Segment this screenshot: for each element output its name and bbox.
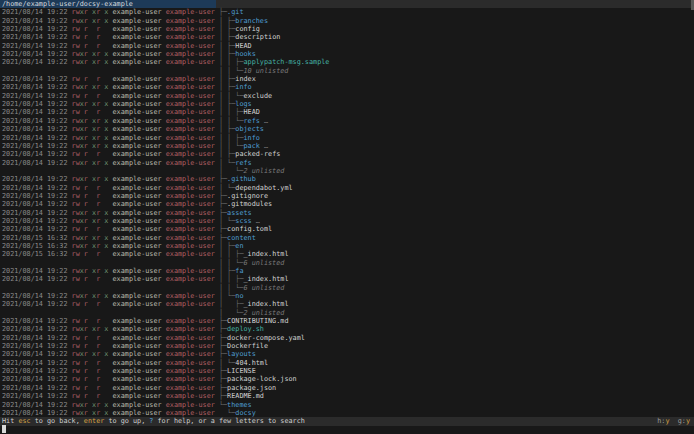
tree-row[interactable]: 2021/08/14 19:22 rw r r example-user exa… xyxy=(0,300,694,308)
entry-name: fa xyxy=(235,267,243,275)
modified-datetime: 2021/08/14 19:22 xyxy=(2,100,72,108)
tree-row[interactable]: 2021/08/14 19:22 rw r r example-user exa… xyxy=(0,108,694,116)
group: example-user xyxy=(162,217,215,225)
tree-row[interactable]: 2021/08/14 19:22 rw r r example-user exa… xyxy=(0,33,694,41)
tree-branch-lines: │ ├─ xyxy=(215,75,235,83)
tree-branch-lines: ├─ xyxy=(215,384,227,392)
tree-row[interactable]: │ │ └─6 unlisted xyxy=(0,284,694,292)
tree-row[interactable]: 2021/08/14 19:22 rwxr xr x example-user … xyxy=(0,17,694,25)
group: example-user xyxy=(162,108,215,116)
permissions: rwxr xr x xyxy=(72,134,109,142)
tree-row[interactable]: 2021/08/14 19:22 rw r r example-user exa… xyxy=(0,42,694,50)
tree-row[interactable]: 2021/08/14 19:22 rwxr xr x example-user … xyxy=(0,175,694,183)
tree-row[interactable]: 2021/08/14 19:22 rwxr xr x example-user … xyxy=(0,117,694,125)
owner: example-user xyxy=(108,359,161,367)
tree-branch-lines: │ └─ xyxy=(215,217,235,225)
modified-datetime: 2021/08/14 19:22 xyxy=(2,33,72,41)
tree-row[interactable]: 2021/08/14 19:22 rwxr xr x example-user … xyxy=(0,409,694,417)
tree-row[interactable]: 2021/08/14 19:22 rwxr xr x example-user … xyxy=(0,8,694,16)
tree-row[interactable]: 2021/08/14 19:22 rw r r example-user exa… xyxy=(0,359,694,367)
tree-row[interactable]: │ └─2 unlisted xyxy=(0,309,694,317)
tree-row[interactable]: 2021/08/14 19:22 rwxr xr x example-user … xyxy=(0,401,694,409)
entry-name: .gitignore xyxy=(227,192,268,200)
owner: example-user xyxy=(108,334,161,342)
row-metadata xyxy=(2,259,215,267)
modified-datetime: 2021/08/14 19:22 xyxy=(2,401,72,409)
entry-name: deploy.sh xyxy=(227,325,264,333)
tree-branch-lines: │ └─ xyxy=(215,292,235,300)
row-metadata: 2021/08/14 19:22 rwxr xr x example-user … xyxy=(2,50,215,58)
tree-row[interactable]: 2021/08/14 19:22 rw r r example-user exa… xyxy=(0,225,694,233)
hint-segment: to go back, xyxy=(31,417,84,425)
permissions: rwxr xr x xyxy=(72,350,109,358)
tree-row[interactable]: 2021/08/14 19:22 rw r r example-user exa… xyxy=(0,92,694,100)
owner: example-user xyxy=(108,184,161,192)
tree-row[interactable]: 2021/08/14 19:22 rwxr xr x example-user … xyxy=(0,209,694,217)
tree-row[interactable]: 2021/08/14 19:22 rw r r example-user exa… xyxy=(0,384,694,392)
entry-name: config xyxy=(235,25,260,33)
tree-branch-lines: │ │ └─ xyxy=(215,117,244,125)
tree-row[interactable]: 2021/08/15 16:32 rw r r example-user exa… xyxy=(0,250,694,258)
modified-datetime: 2021/08/14 19:22 xyxy=(2,134,72,142)
permissions: rwxr xr x xyxy=(72,17,109,25)
row-metadata: 2021/08/14 19:22 rw r r example-user exa… xyxy=(2,108,215,116)
group: example-user xyxy=(162,392,215,400)
permissions: rwxr xr x xyxy=(72,267,109,275)
permissions: rwxr xr x xyxy=(72,325,109,333)
tree-row[interactable]: 2021/08/14 19:22 rwxr xr x example-user … xyxy=(0,58,694,66)
unlisted-count: 6 unlisted xyxy=(243,259,284,267)
search-input-line[interactable] xyxy=(0,426,694,434)
tree-row[interactable]: 2021/08/14 19:22 rwxr xr x example-user … xyxy=(0,125,694,133)
entry-name: .gitmodules xyxy=(227,200,272,208)
permissions: rw r r xyxy=(72,192,109,200)
permissions: rwxr xr x xyxy=(72,117,109,125)
tree-row[interactable]: 2021/08/14 19:22 rw r r example-user exa… xyxy=(0,375,694,383)
tree-row[interactable]: 2021/08/14 19:22 rwxr xr x example-user … xyxy=(0,83,694,91)
row-metadata: 2021/08/14 19:22 rw r r example-user exa… xyxy=(2,317,215,325)
flag-label: g: xyxy=(678,417,686,425)
text-cursor xyxy=(2,425,6,432)
tree-row[interactable]: │ │ └─6 unlisted xyxy=(0,259,694,267)
modified-datetime: 2021/08/14 19:22 xyxy=(2,392,72,400)
modified-datetime: 2021/08/14 19:22 xyxy=(2,159,72,167)
tree-row[interactable]: 2021/08/14 19:22 rwxr xr x example-user … xyxy=(0,350,694,358)
modified-datetime: 2021/08/14 19:22 xyxy=(2,317,72,325)
tree-row[interactable]: 2021/08/14 19:22 rw r r example-user exa… xyxy=(0,184,694,192)
tree-branch-lines: │ ├─ xyxy=(215,150,235,158)
tree-branch-lines: │ │ └─ xyxy=(215,142,244,150)
owner: example-user xyxy=(108,350,161,358)
tree-row[interactable]: 2021/08/14 19:22 rwxr xr x example-user … xyxy=(0,325,694,333)
group: example-user xyxy=(162,250,215,258)
owner: example-user xyxy=(108,342,161,350)
tree-row[interactable]: 2021/08/14 19:22 rw r r example-user exa… xyxy=(0,192,694,200)
row-metadata xyxy=(2,167,215,175)
tree-row[interactable]: 2021/08/14 19:22 rw r r example-user exa… xyxy=(0,392,694,400)
entry-name: pack xyxy=(243,142,259,150)
permissions: rwxr xr x xyxy=(72,217,109,225)
tree-row[interactable]: 2021/08/14 19:22 rwxr xr x example-user … xyxy=(0,142,694,150)
tree-row[interactable]: 2021/08/14 19:22 rwxr xr x example-user … xyxy=(0,134,694,142)
tree-row[interactable]: 2021/08/15 16:32 rwxr xr x example-user … xyxy=(0,234,694,242)
group: example-user xyxy=(162,75,215,83)
modified-datetime: 2021/08/14 19:22 xyxy=(2,75,72,83)
permissions: rw r r xyxy=(72,342,109,350)
group: example-user xyxy=(162,359,215,367)
modified-datetime: 2021/08/14 19:22 xyxy=(2,217,72,225)
row-metadata: 2021/08/14 19:22 rw r r example-user exa… xyxy=(2,367,215,375)
tree-row[interactable]: 2021/08/14 19:22 rwxr xr x example-user … xyxy=(0,159,694,167)
row-metadata: 2021/08/14 19:22 rwxr xr x example-user … xyxy=(2,142,215,150)
entry-name: content xyxy=(227,234,256,242)
row-metadata xyxy=(2,309,215,317)
entry-name: en xyxy=(235,242,243,250)
group: example-user xyxy=(162,134,215,142)
tree-row[interactable]: │ │ └─10 unlisted xyxy=(0,67,694,75)
tree-row[interactable]: │ └─2 unlisted xyxy=(0,167,694,175)
tree-row[interactable]: 2021/08/14 19:22 rw r r example-user exa… xyxy=(0,150,694,158)
tree-row[interactable]: 2021/08/14 19:22 rw r r example-user exa… xyxy=(0,200,694,208)
tree-row[interactable]: 2021/08/14 19:22 rw r r example-user exa… xyxy=(0,275,694,283)
entry-name: .git xyxy=(227,8,243,16)
tree-branch-lines: │ ├─ xyxy=(215,83,235,91)
entry-name: refs xyxy=(235,159,251,167)
tree-row[interactable]: 2021/08/14 19:22 rw r r example-user exa… xyxy=(0,334,694,342)
row-metadata: 2021/08/14 19:22 rw r r example-user exa… xyxy=(2,192,215,200)
